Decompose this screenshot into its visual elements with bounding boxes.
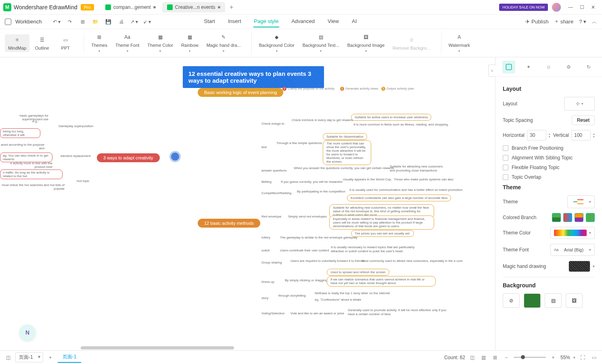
user-avatar[interactable] [552,3,561,12]
rainbow-button[interactable]: ▦Rainbow▾ [178,31,202,54]
redo-button[interactable]: ↷ [66,18,74,26]
branch-node-3[interactable]: 3 ways to adapt creativity [97,153,160,162]
bg-none-button[interactable]: ⊘ [503,293,520,308]
bgtext-button[interactable]: ▤Background Text...▾ [299,31,343,54]
page-tab-1[interactable]: 页面-1 [58,352,82,363]
branch-color-1[interactable] [552,213,561,222]
panel-tab-settings[interactable]: ⚙ [562,61,575,73]
zoom-out-button[interactable]: − [502,354,510,362]
collapse-panel-button[interactable]: › [488,65,495,77]
menu-tab-insert[interactable]: Insert [227,16,242,27]
menu-tab-pagestyle[interactable]: Page style [253,16,280,27]
themecolor-button[interactable]: ▦Theme Color▾ [144,31,176,54]
check-flexible[interactable]: Flexible Floating Topic [503,165,595,170]
themefont-button[interactable]: AaTheme Font▾ [112,31,142,54]
outline-icon: ☰ [38,36,46,44]
collapse-ribbon-button[interactable]: ︿ [592,18,597,25]
vertical-spacing-input[interactable]: 100 [571,130,591,140]
background-section-title: Background [503,282,595,289]
workbench-link[interactable]: Workbench [15,19,42,25]
panel-tab-face[interactable]: ☺ [542,61,555,73]
removebg-button: ⊘Remove Backgro... [389,31,434,54]
theme-select[interactable]: ▾ [567,195,595,208]
page-select[interactable]: 页面-1 [15,352,43,362]
menu-tab-view[interactable]: View [327,16,340,27]
menu-tab-advanced[interactable]: Advanced [291,16,316,27]
spinner-icon[interactable]: ▴▾ [593,132,595,138]
outline-view-button[interactable]: ☰Outline [31,34,53,52]
magic-hand-select[interactable] [569,261,590,272]
save-button[interactable]: 💾 [105,18,113,26]
branch-color-4[interactable] [586,213,595,222]
bgimage-button[interactable]: 🖼Background Image▾ [344,31,388,54]
tab-label: Creative...n events [175,4,215,10]
view-mode-1-button[interactable]: ◫ [468,354,477,362]
document-tab-2[interactable]: Creative...n events [162,2,225,13]
print-button[interactable]: 🖨 [117,18,125,26]
branch-node-1[interactable]: Basic working logic of event planning [198,88,283,97]
branch-color-2[interactable] [563,213,572,222]
center-node[interactable] [169,151,181,162]
view-mode-3-button[interactable]: ⊞ [491,354,499,362]
panel-tab-sparkle[interactable]: ✦ [522,61,535,73]
themes-button[interactable]: ⊞Themes▾ [88,31,111,54]
layout-select[interactable]: ⊹▾ [564,97,595,111]
add-tab-button[interactable]: + [227,2,236,12]
undo-button[interactable]: ↶ ▾ [53,18,61,26]
panel-tab-layout[interactable] [502,61,515,73]
minimize-button[interactable]: — [565,2,576,13]
new-button[interactable]: ⊞ [79,18,87,26]
document-tab-1[interactable]: compan...gement [100,2,161,13]
fit-button[interactable]: ▭ [590,354,598,362]
share-button[interactable]: ⚬ share [554,19,574,25]
pro-badge: Pro [81,4,94,10]
mindmap-view-button[interactable]: ⚛MindMap [5,34,29,52]
spacing-label: Topic Spacing [503,117,533,123]
add-page-button[interactable]: + [46,354,54,362]
pen-icon: ✎ [219,33,228,41]
zoom-slider[interactable] [514,357,546,358]
branch-color-3[interactable] [575,213,583,222]
spinner-icon[interactable]: ▴▾ [549,132,550,138]
export-button[interactable]: ↗ ▾ [130,18,138,26]
import-button[interactable]: ↙ ▾ [143,18,151,26]
menu-tab-ai[interactable]: AI [351,16,357,27]
holiday-sale-button[interactable]: HOLIDAY SALE ON NOW [499,4,548,11]
sidebar-toggle-button[interactable]: ◫ [4,354,12,362]
horizontal-scrollbar[interactable] [81,346,441,350]
horizontal-spacing-input[interactable]: 30 [527,130,546,140]
count-label: Count: 62 [444,355,465,360]
home-icon[interactable] [5,19,11,25]
panel-tab-history[interactable]: ↻ [582,61,595,73]
help-button[interactable]: ? ▾ [579,19,586,25]
check-alignment[interactable]: Alignment With Sibling Topic [503,155,595,161]
theme-color-select[interactable]: ▾ [550,227,595,239]
color-icon: ▦ [156,33,164,41]
maximize-button[interactable]: ☐ [576,2,587,13]
bgcolor-button[interactable]: ◆Background Color▾ [256,31,298,54]
watermark-icon: A [455,33,463,41]
app-logo-icon: M [3,3,11,11]
publish-button[interactable]: ✈ Publish [525,19,549,25]
watermark-button[interactable]: AWatermark▾ [445,31,473,54]
ppt-view-button[interactable]: ▭PPT [54,34,76,52]
mindmap-title-node[interactable]: 12 essential creative ways to plan event… [183,66,324,88]
fullscreen-button[interactable]: ⛶ [579,354,587,362]
theme-font-select[interactable]: AaArial (Big)▾ [550,244,595,256]
bg-solid-button[interactable] [524,293,541,308]
bg-pattern-button[interactable]: ▤ [545,293,562,308]
check-branch-free[interactable]: Branch Free Positioning [503,145,595,151]
check-overlap[interactable]: Topic Overlap [503,174,595,180]
menu-tab-start[interactable]: Start [203,16,216,27]
branch-node-2[interactable]: 12 basic activity methods [198,219,260,228]
close-button[interactable]: ✕ [587,2,599,13]
open-button[interactable]: 📁 [92,18,100,26]
checkbox-icon [503,145,508,151]
magichand-button[interactable]: ✎Magic hand dra...▾ [203,31,244,54]
reset-spacing-button[interactable]: Reset [572,115,595,125]
right-panel: › ✦ ☺ ⚙ ↻ Layout Layout ⊹▾ Topic Spacing… [495,57,602,350]
zoom-in-button[interactable]: + [549,354,557,362]
view-mode-2-button[interactable]: ▥ [480,354,488,362]
bg-image-button[interactable]: 🖼 [566,293,583,308]
ai-assistant-button[interactable]: N [19,324,36,341]
